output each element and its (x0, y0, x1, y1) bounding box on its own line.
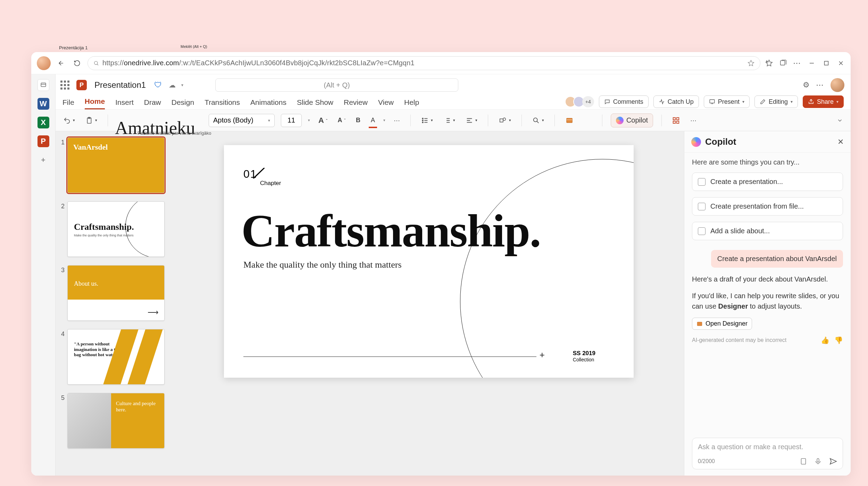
slide-subline: Make the quality the only thing that mat… (243, 260, 402, 270)
attach-icon[interactable] (800, 458, 807, 465)
back-button[interactable] (56, 58, 67, 69)
open-designer-button[interactable]: Open Designer (692, 318, 752, 330)
shapes-button[interactable]: ▾ (496, 114, 513, 127)
tab-animations[interactable]: Animations (250, 98, 286, 109)
thumbs-up-icon[interactable]: 👍 (821, 336, 829, 344)
url-text: https://onedrive.live.com/:w:/t/EaCKkPs6… (102, 59, 415, 67)
sensitivity-shield-icon[interactable]: 🛡 (154, 81, 162, 90)
find-button[interactable]: ▾ (530, 114, 546, 127)
powerpoint-app: W X P + P Presentation1 🛡 ☁ ▾ (Alt + Q) … (31, 74, 851, 476)
settings-gear-icon[interactable]: ⚙ (803, 81, 810, 90)
svg-rect-20 (801, 459, 806, 464)
svg-rect-13 (567, 118, 573, 123)
copilot-input[interactable]: Ask a question or make a request. 0/2000 (692, 438, 843, 469)
powerpoint-app-icon[interactable]: P (37, 135, 49, 147)
send-icon[interactable] (829, 457, 837, 466)
user-avatar[interactable] (831, 78, 844, 92)
editing-mode-button[interactable]: Editing▾ (754, 95, 798, 108)
font-color-button[interactable]: A (369, 114, 377, 127)
close-icon[interactable]: ✕ (837, 137, 844, 146)
collapse-ribbon-icon[interactable] (835, 114, 845, 127)
grid-view-icon[interactable] (670, 114, 682, 127)
sync-status-icon[interactable]: ☁ (169, 81, 176, 89)
powerpoint-logo-icon: P (76, 80, 87, 90)
add-app-icon[interactable]: + (37, 154, 49, 166)
slide-thumbnail-1[interactable]: VanArsdel (67, 137, 165, 193)
numbering-button[interactable]: ▾ (441, 114, 457, 127)
thumb-sub: Make the quality the only thing that mat… (74, 234, 134, 237)
slide-thumbnail-3[interactable]: About us. ⟶ (67, 265, 165, 321)
mic-icon[interactable] (814, 458, 822, 465)
document-title[interactable]: Presentation1 (94, 80, 146, 90)
browser-more-icon[interactable]: ⋯ (793, 59, 801, 68)
thumb-number: 1 (58, 137, 65, 146)
font-family-select[interactable]: Aptos (Body)▾ (209, 114, 275, 127)
share-icon (808, 99, 814, 105)
catch-up-button[interactable]: Catch Up (653, 95, 699, 108)
present-button[interactable]: Present▾ (704, 95, 750, 108)
tab-review[interactable]: Review (344, 98, 368, 109)
footer-line (243, 357, 536, 357)
collections-icon[interactable] (779, 59, 787, 67)
svg-rect-19 (697, 322, 702, 326)
slide-thumbnail-4[interactable]: "A person without imagination is like a … (67, 329, 165, 385)
tab-file[interactable]: File (62, 98, 74, 109)
suggestion-create-presentation[interactable]: Create a presentation... (692, 173, 843, 191)
tab-transitions[interactable]: Transitions (205, 98, 240, 109)
tab-design[interactable]: Design (172, 98, 194, 109)
copilot-message-2: If you'd like, I can help you rewrite sl… (692, 291, 843, 311)
slide-thumbnail-5[interactable]: Culture and people here. (67, 393, 165, 449)
current-slide[interactable]: 01⁄ Chapter Craftsmanship. Make the qual… (224, 145, 634, 378)
excel-app-icon[interactable]: X (37, 117, 49, 128)
paste-button[interactable]: ▾ (83, 114, 99, 127)
favorites-icon[interactable] (765, 59, 773, 67)
svg-point-8 (422, 120, 423, 121)
app-launcher-icon[interactable] (59, 79, 71, 91)
suggestion-add-slide[interactable]: Add a slide about... (692, 222, 843, 240)
more-options-icon[interactable]: ⋯ (816, 81, 824, 90)
grow-font-button[interactable]: Aˆ (316, 114, 329, 127)
tell-me-search[interactable]: (Alt + Q) (215, 78, 458, 92)
tab-home[interactable]: Home (85, 97, 105, 109)
tab-slideshow[interactable]: Slide Show (297, 98, 333, 109)
tab-draw[interactable]: Draw (144, 98, 161, 109)
profile-avatar[interactable] (37, 56, 51, 70)
dictate-button[interactable] (582, 114, 594, 127)
presentation-icon (698, 178, 706, 186)
maximize-button[interactable] (822, 59, 831, 67)
tab-insert[interactable]: Insert (115, 98, 134, 109)
slide-thumbnail-2[interactable]: Craftsmanship. Make the quality the only… (67, 201, 165, 257)
font-size-select[interactable]: 11 (281, 114, 302, 127)
font-more-icon[interactable]: ⋯ (392, 114, 402, 127)
presence-more[interactable]: +4 (582, 96, 594, 107)
tab-view[interactable]: View (378, 98, 394, 109)
thumb-title: Craftsmanship. (74, 222, 134, 232)
designer-button[interactable] (563, 114, 576, 127)
bullets-button[interactable]: ▾ (419, 114, 435, 127)
undo-button[interactable]: ▾ (61, 114, 77, 127)
suggestion-create-from-file[interactable]: Create presentation from file... (692, 197, 843, 216)
word-app-icon[interactable]: W (37, 98, 49, 110)
shrink-font-button[interactable]: Aˇ (336, 114, 348, 127)
star-icon[interactable] (748, 60, 754, 67)
bold-button[interactable]: B (354, 114, 362, 127)
comments-button[interactable]: Comments (599, 95, 649, 108)
footer-text: SS 2019 Collection (573, 350, 595, 362)
thumbs-down-icon[interactable]: 👎 (834, 336, 843, 344)
copilot-ribbon-button[interactable]: Copilot (611, 114, 653, 127)
copilot-pane: Copilot ✕ Here are some things you can t… (684, 131, 851, 476)
address-bar[interactable]: https://onedrive.live.com/:w:/t/EaCKkPs6… (87, 56, 760, 70)
align-button[interactable]: ▾ (464, 114, 479, 127)
home-app-icon[interactable] (37, 79, 49, 91)
minimize-button[interactable] (808, 59, 816, 67)
ribbon-more-icon[interactable]: ⋯ (688, 114, 699, 127)
refresh-button[interactable] (72, 58, 83, 69)
presence-avatars[interactable]: +4 (568, 96, 594, 107)
brand-stripes (109, 329, 164, 384)
tab-help[interactable]: Help (404, 98, 419, 109)
copilot-hint: Here are some things you can try... (692, 158, 843, 166)
share-button[interactable]: Share▾ (803, 95, 844, 108)
copilot-header: Copilot ✕ (684, 131, 851, 153)
file-icon (698, 203, 706, 210)
close-window-button[interactable] (837, 59, 845, 67)
